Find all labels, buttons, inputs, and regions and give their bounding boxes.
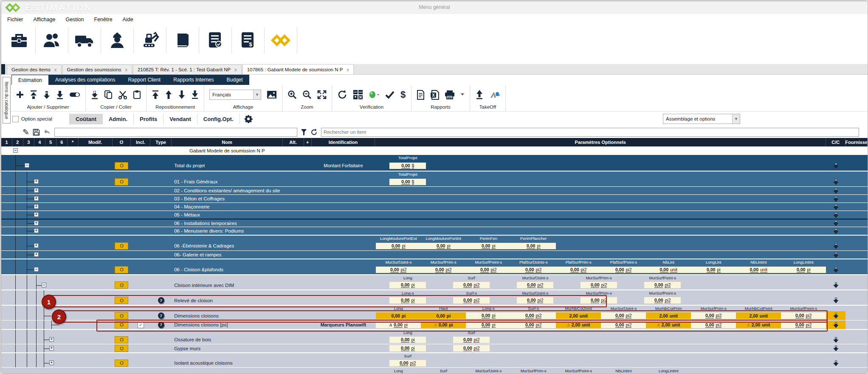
- param-value-cell[interactable]: 0,00pi2: [453, 337, 490, 343]
- table-row[interactable]: O7Dimensions cloisons0,00pi0,00pi0,00pi0…: [1, 311, 868, 320]
- document-tab[interactable]: Gestion des itemsx: [7, 65, 62, 74]
- expand-expander[interactable]: +: [34, 204, 39, 209]
- toggle-icon[interactable]: [69, 92, 80, 98]
- table-row[interactable]: +OGypse murs0,00pi0,00pi2: [1, 344, 868, 352]
- document-tab[interactable]: 107865 : Gabarit Modele de soumission N …: [242, 64, 354, 74]
- copy-down-icon[interactable]: [826, 321, 845, 329]
- param-value-cell[interactable]: 0,00pi2: [453, 282, 490, 288]
- takeoff-up-icon[interactable]: [475, 90, 484, 100]
- option-badge[interactable]: O: [115, 242, 128, 250]
- table-row[interactable]: +03 - Béton et Coffrages: [1, 194, 868, 202]
- option-badge[interactable]: O: [115, 321, 128, 329]
- table-row[interactable]: +06 - Menuiserie divers: Podiums: [1, 227, 868, 235]
- param-value-cell[interactable]: 0,00pi2: [691, 322, 736, 328]
- param-value-cell[interactable]: 0,00$: [389, 179, 426, 185]
- tab-vendant[interactable]: Vendant: [163, 114, 197, 124]
- close-icon[interactable]: x: [54, 67, 57, 72]
- table-row[interactable]: +04 - Maçonnerie: [1, 202, 868, 211]
- param-value-cell[interactable]: 0,00pi2: [601, 312, 646, 319]
- expand-expander[interactable]: +: [34, 196, 39, 201]
- menu-item-fichier[interactable]: Fichier: [7, 17, 23, 22]
- param-value-cell[interactable]: 2,00unit: [556, 312, 601, 319]
- item-edit-input[interactable]: [54, 128, 297, 137]
- arrow-down-minus-icon[interactable]: [43, 90, 51, 99]
- expand-icon[interactable]: [317, 90, 327, 99]
- expand-expander[interactable]: +: [34, 243, 39, 248]
- column-header-o[interactable]: O: [113, 138, 131, 146]
- undo-icon[interactable]: [43, 129, 51, 135]
- table-row[interactable]: −OTotal du projetMontant Forfaitaire0,00…: [1, 160, 868, 171]
- param-value-cell[interactable]: 2,00unit: [646, 312, 691, 319]
- module-tab-budget[interactable]: Budget: [220, 75, 249, 85]
- param-value-cell[interactable]: 0,00pi2: [517, 282, 553, 288]
- printer-icon[interactable]: [445, 90, 455, 99]
- document-tab[interactable]: Gestion des soumissionsx: [62, 65, 132, 74]
- arrow-down-icon[interactable]: [178, 90, 186, 99]
- arrow-to-bottom-icon[interactable]: [191, 90, 199, 99]
- option-badge[interactable]: O: [115, 312, 128, 319]
- param-value-cell[interactable]: A0,00pi: [421, 322, 466, 328]
- param-value-cell[interactable]: 0,00pi: [389, 297, 426, 304]
- column-header-modif[interactable]: Modif.: [79, 138, 113, 146]
- excel-icon[interactable]: X: [430, 90, 439, 100]
- refresh-icon[interactable]: [337, 90, 347, 100]
- param-value-cell[interactable]: 0,00pi2: [453, 297, 490, 304]
- table-row[interactable]: +05 - Métaux: [1, 211, 868, 219]
- arrow-up-icon[interactable]: [165, 90, 172, 99]
- param-value-cell[interactable]: A0,00pi: [376, 322, 421, 328]
- param-value-cell[interactable]: 0,00pi2: [781, 322, 826, 328]
- table-row[interactable]: +O01 - Frais Généraux0,00$: [1, 177, 868, 186]
- arrow-to-top-icon[interactable]: [152, 90, 159, 99]
- expand-expander[interactable]: +: [49, 360, 54, 365]
- param-value-cell[interactable]: 0,00pi: [389, 282, 426, 288]
- column-header-num[interactable]: 1: [1, 138, 12, 146]
- search-input[interactable]: [321, 128, 859, 137]
- close-icon[interactable]: x: [234, 67, 237, 72]
- column-header-num[interactable]: 2: [12, 138, 23, 146]
- param-value-cell[interactable]: 0,00pi2: [601, 267, 646, 273]
- column-header-num[interactable]: *: [68, 138, 79, 146]
- column-header-[interactable]: +: [304, 138, 312, 146]
- close-icon[interactable]: x: [347, 67, 349, 72]
- copy-down-icon[interactable]: [826, 335, 845, 344]
- document-tab[interactable]: 210825 T: Rév. 1 - Scé. 1 : Test Gabarit…: [133, 65, 242, 74]
- copy-down-icon[interactable]: [826, 160, 845, 171]
- param-value-cell[interactable]: A2,00unit: [556, 322, 601, 328]
- option-badge[interactable]: O: [115, 266, 128, 273]
- expand-expander[interactable]: +: [34, 228, 39, 233]
- param-value-cell[interactable]: 0,00pi2: [453, 345, 490, 352]
- column-header-nom[interactable]: Nom: [172, 138, 282, 146]
- module-tab-rapports-internes[interactable]: Rapports Internes: [167, 75, 220, 85]
- param-value-cell[interactable]: 0,00pi: [466, 322, 511, 328]
- param-value-cell[interactable]: 0,00pi2: [601, 322, 646, 328]
- toolbar-button-worker[interactable]: [101, 27, 134, 53]
- option-badge[interactable]: O: [115, 345, 128, 352]
- param-value-cell[interactable]: 0,00$: [389, 163, 426, 169]
- param-value-cell[interactable]: 0,00pi: [511, 243, 556, 249]
- caret-icon[interactable]: [460, 93, 465, 96]
- tab-profits[interactable]: Profits: [134, 114, 163, 124]
- expand-expander[interactable]: +: [34, 188, 39, 193]
- scissors-icon[interactable]: [118, 90, 127, 99]
- calc-grid-icon[interactable]: [353, 90, 363, 100]
- param-value-cell[interactable]: 0,00pi2: [581, 282, 617, 288]
- param-value-cell[interactable]: 0,00pi: [389, 337, 426, 343]
- option-badge[interactable]: O: [115, 360, 128, 367]
- toolbar-button-excavator[interactable]: [134, 27, 166, 53]
- option-badge[interactable]: O: [115, 336, 128, 343]
- close-icon[interactable]: x: [125, 67, 127, 72]
- zoom-in-icon[interactable]: [287, 90, 297, 99]
- column-header-fournisse[interactable]: Fournisse: [845, 138, 868, 146]
- column-header-num[interactable]: 6: [56, 138, 68, 146]
- toolbar-button-clients[interactable]: [36, 27, 68, 53]
- param-value-cell[interactable]: 0,00pi2: [511, 312, 556, 319]
- refresh-icon[interactable]: [310, 129, 318, 136]
- check-icon[interactable]: [385, 90, 395, 99]
- option-badge[interactable]: O: [115, 297, 128, 304]
- column-header-num[interactable]: 4: [34, 138, 45, 146]
- param-value-cell[interactable]: 0,00pi: [376, 312, 421, 319]
- filter-icon[interactable]: [301, 129, 307, 136]
- param-value-cell[interactable]: 0,00pi2: [466, 267, 511, 273]
- expand-expander[interactable]: +: [34, 212, 39, 217]
- param-value-cell[interactable]: A2,00unit: [736, 322, 781, 328]
